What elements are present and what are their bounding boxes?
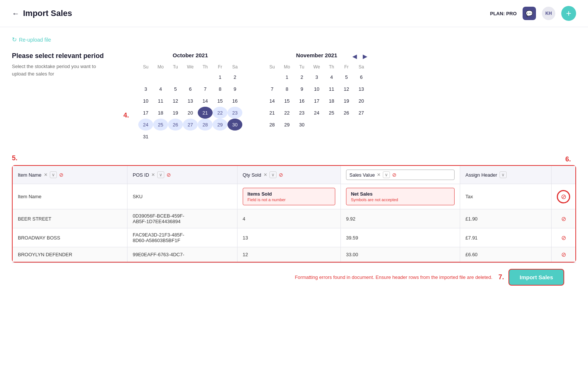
calendar-day[interactable]: 2 xyxy=(294,71,309,83)
header: ← Import Sales PLAN: PRO 💬 KH + xyxy=(0,0,588,27)
calendar-day[interactable]: 12 xyxy=(339,83,354,95)
calendar-day[interactable]: 10 xyxy=(309,83,324,95)
col-item-name-ban[interactable]: ⊘ xyxy=(59,172,64,178)
col-pos-id-x[interactable]: ✕ xyxy=(151,172,155,177)
calendar-day[interactable]: 29 xyxy=(280,119,294,131)
col-pos-id-chevron[interactable]: ∨ xyxy=(157,171,164,178)
calendar-day[interactable]: 11 xyxy=(153,95,168,107)
col-item-name-chevron[interactable]: ∨ xyxy=(50,171,57,178)
calendar-day[interactable]: 28 xyxy=(265,119,280,131)
calendar-day[interactable]: 5 xyxy=(339,71,354,83)
calendar-day[interactable]: 16 xyxy=(294,95,309,107)
chat-button[interactable]: 💬 xyxy=(523,7,536,20)
col-qty-sold-ban[interactable]: ⊘ xyxy=(279,172,283,178)
mapping-item-name: Item Name xyxy=(13,184,127,209)
calendar-day[interactable]: 8 xyxy=(280,83,294,95)
calendar-day[interactable]: 9 xyxy=(227,83,242,95)
calendar-day[interactable]: 14 xyxy=(265,95,280,107)
calendar-day[interactable]: 4 xyxy=(324,71,339,83)
add-button[interactable]: + xyxy=(561,6,576,21)
calendar-day[interactable]: 23 xyxy=(227,107,242,119)
row1-item-name: BEER STREET xyxy=(13,209,127,228)
calendar-day[interactable]: 18 xyxy=(324,95,339,107)
calendar-day[interactable]: 22 xyxy=(213,107,227,119)
calendar-day[interactable]: 7 xyxy=(198,83,213,95)
row1-tax: £1.90 xyxy=(460,209,552,228)
calendar-day[interactable]: 26 xyxy=(339,107,354,119)
calendar-day[interactable]: 9 xyxy=(294,83,309,95)
calendar-day[interactable]: 24 xyxy=(138,119,153,131)
ban-icon[interactable]: ⊘ xyxy=(561,193,566,201)
calendar-day xyxy=(227,131,242,142)
calendar-day[interactable]: 24 xyxy=(309,107,324,119)
reupload-link[interactable]: ↻ Re-upload file xyxy=(12,36,576,43)
col-pos-id-ban[interactable]: ⊘ xyxy=(167,172,171,178)
calendar-day[interactable]: 1 xyxy=(280,71,294,83)
calendar-day[interactable]: 10 xyxy=(138,95,153,107)
col-sales-value-chevron[interactable]: ∨ xyxy=(383,171,390,178)
col-item-name-x[interactable]: ✕ xyxy=(44,172,48,177)
calendar-day[interactable]: 26 xyxy=(168,119,183,131)
calendar-day[interactable]: 20 xyxy=(354,95,369,107)
calendar-day[interactable]: 8 xyxy=(213,83,227,95)
calendar-day[interactable]: 25 xyxy=(324,107,339,119)
col-item-name-label: Item Name xyxy=(18,172,42,178)
calendar-day[interactable]: 22 xyxy=(280,107,294,119)
col-sales-value-ban[interactable]: ⊘ xyxy=(392,172,397,178)
import-sales-button[interactable]: Import Sales xyxy=(508,269,564,286)
header-right: PLAN: PRO 💬 KH + xyxy=(490,6,576,21)
calendar-day[interactable]: 15 xyxy=(280,95,294,107)
calendar-day[interactable]: 25 xyxy=(153,119,168,131)
calendar-day[interactable]: 4 xyxy=(153,83,168,95)
calendar-day[interactable]: 7 xyxy=(265,83,280,95)
calendar-day[interactable]: 30 xyxy=(294,119,309,131)
net-sales-error: Symbols are not accepted xyxy=(351,197,450,202)
calendar-day[interactable]: 6 xyxy=(354,71,369,83)
calendar-day[interactable]: 23 xyxy=(294,107,309,119)
calendar-day[interactable]: 13 xyxy=(183,95,198,107)
calendar-day[interactable]: 1 xyxy=(213,71,227,83)
calendar-day xyxy=(168,131,183,142)
calendar-day[interactable]: 20 xyxy=(183,107,198,119)
col-qty-sold-x[interactable]: ✕ xyxy=(264,172,267,177)
calendar-day[interactable]: 12 xyxy=(168,95,183,107)
calendar-day[interactable]: 16 xyxy=(227,95,242,107)
calendar-day xyxy=(265,71,280,83)
calendar-day[interactable]: 21 xyxy=(198,107,213,119)
calendar-day[interactable]: 30 xyxy=(227,119,242,131)
calendar-day xyxy=(183,71,198,83)
col-qty-sold-chevron[interactable]: ∨ xyxy=(269,171,277,178)
row1-ban-icon[interactable]: ⊘ xyxy=(561,216,566,222)
row2-qty-sold: 13 xyxy=(237,228,340,247)
calendar-day[interactable]: 17 xyxy=(138,107,153,119)
calendar-day[interactable]: 3 xyxy=(309,71,324,83)
calendar-day[interactable]: 18 xyxy=(153,107,168,119)
november-grid: Su Mo Tu We Th Fr Sa 1234567891011121314… xyxy=(265,63,369,131)
calendar-day[interactable]: 28 xyxy=(198,119,213,131)
calendar-day[interactable]: 17 xyxy=(309,95,324,107)
header-left: ← Import Sales xyxy=(12,9,72,18)
calendar-day[interactable]: 6 xyxy=(183,83,198,95)
calendar-day[interactable]: 27 xyxy=(183,119,198,131)
calendar-day[interactable]: 19 xyxy=(168,107,183,119)
day-header-th: Th xyxy=(324,63,339,71)
calendar-day[interactable]: 21 xyxy=(265,107,280,119)
calendar-day[interactable]: 14 xyxy=(198,95,213,107)
calendar-day[interactable]: 3 xyxy=(138,83,153,95)
calendar-day[interactable]: 15 xyxy=(213,95,227,107)
calendar-day[interactable]: 19 xyxy=(339,95,354,107)
calendar-day[interactable]: 5 xyxy=(168,83,183,95)
calendar-day[interactable]: 27 xyxy=(354,107,369,119)
calendar-day[interactable]: 29 xyxy=(213,119,227,131)
col-assign-header-chevron[interactable]: ∨ xyxy=(500,171,507,178)
back-button[interactable]: ← xyxy=(12,9,19,18)
row2-ban-icon[interactable]: ⊘ xyxy=(561,235,566,241)
calendar-day[interactable]: 13 xyxy=(354,83,369,95)
calendar-day[interactable]: 31 xyxy=(138,131,153,142)
day-header-we: We xyxy=(309,63,324,71)
col-sales-value-x[interactable]: ✕ xyxy=(377,172,381,177)
calendar-day[interactable]: 11 xyxy=(324,83,339,95)
calendar-day[interactable]: 2 xyxy=(227,71,242,83)
footer-right: 7. Import Sales xyxy=(498,269,564,286)
row3-ban-icon[interactable]: ⊘ xyxy=(561,251,566,258)
